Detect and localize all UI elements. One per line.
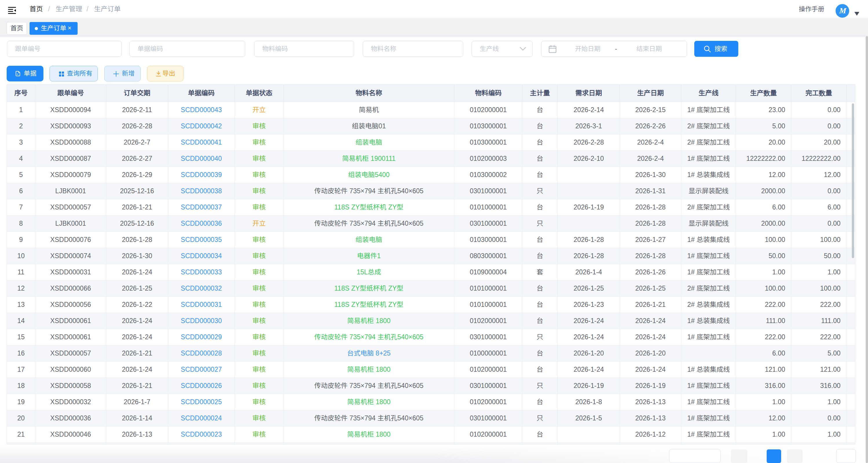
svg-text:M: M [839,7,847,16]
